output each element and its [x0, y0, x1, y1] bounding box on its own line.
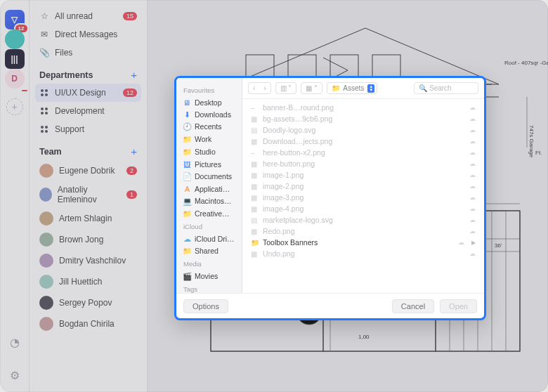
file-icon: ▤ [251, 126, 259, 134]
finder-item-label: Work [195, 135, 211, 143]
file-row[interactable]: ▦image-2.png☁ [242, 181, 484, 192]
file-icon: – [251, 104, 259, 112]
location-icon: 🎬 [183, 272, 191, 281]
cloud-icon: ☁ [469, 171, 476, 178]
location-icon: 💻 [183, 197, 191, 206]
location-icon: 🕘 [183, 122, 191, 131]
file-row[interactable]: –banner-B…round.png☁ [242, 102, 484, 113]
file-name: here-button.png [263, 159, 315, 168]
finder-item-label: Downloads [195, 110, 231, 119]
finder-item-recents[interactable]: 🕘Recents [182, 120, 236, 133]
file-row[interactable]: ▦image-4.png☁ [242, 203, 484, 214]
finder-item-label: Macintos… [195, 197, 232, 205]
finder-group-icloud: iCloud [182, 220, 236, 233]
file-icon: 📁 [251, 239, 259, 247]
location-icon: ☁ [183, 235, 191, 243]
file-icon: ▦ [251, 171, 259, 179]
finder-toolbar: ‹› ▥ ˅ ▦ ˅ 📁 Assets ▲▼ 🔍 Search [242, 78, 484, 99]
finder-sidebar: Favourites🖥Desktop⬇Downloads🕘Recents📁Wor… [176, 78, 242, 293]
file-icon: ▦ [251, 138, 259, 145]
file-icon: ▦ [251, 183, 259, 190]
file-name: Download…jects.png [263, 137, 332, 145]
file-icon: ▦ [251, 205, 259, 213]
location-icon: 📁 [183, 247, 191, 256]
search-input[interactable]: 🔍 Search [414, 82, 478, 94]
file-row[interactable]: –here-button-x2.png☁ [242, 147, 484, 158]
location-icon: 🖼 [183, 160, 191, 169]
finder-item-movies[interactable]: 🎬Movies [182, 270, 236, 282]
finder-item-label: iCloud Dri… [195, 235, 235, 243]
cloud-icon: ☁ [469, 149, 476, 156]
location-icon: 🖥 [183, 98, 191, 107]
finder-item-label: Shared [195, 247, 218, 255]
file-name: image-3.png [263, 193, 304, 202]
cloud-icon: ☁ [469, 126, 476, 133]
file-row[interactable]: ▤marketplace-logo.svg☁ [242, 214, 484, 226]
file-row[interactable]: ▦image-3.png☁ [242, 192, 484, 203]
finder-item-shared[interactable]: 📁Shared [182, 244, 236, 257]
finder-group-tags: Tags [182, 282, 236, 293]
finder-group-media: Media [182, 257, 236, 270]
finder-item-downloads[interactable]: ⬇Downloads [182, 108, 236, 120]
chevron-right-icon: ▶ [471, 240, 476, 246]
chevron-right-icon: › [259, 83, 270, 93]
cloud-icon: ☁ [469, 104, 476, 111]
dialog-footer: Options Cancel Open [176, 293, 484, 318]
nav-back-forward[interactable]: ‹› [248, 82, 271, 94]
finder-item-label: Studio [195, 148, 216, 156]
finder-item-macintos-[interactable]: 💻Macintos… [182, 195, 236, 207]
options-button[interactable]: Options [183, 299, 228, 313]
file-name: image-4.png [263, 204, 304, 213]
location-icon: 📁 [183, 209, 191, 218]
file-icon: ▦ [251, 250, 259, 258]
finder-item-pictures[interactable]: 🖼Pictures [182, 158, 236, 170]
file-row[interactable]: ▦Undo.png☁ [242, 248, 484, 259]
app-frame: ▽12|||D + ◔ ⚙ ☆All unread15✉Direct Messa… [0, 0, 548, 392]
file-list[interactable]: –banner-B…round.png☁▦bg-assets…9cb6.png☁… [242, 99, 484, 293]
file-row[interactable]: ▦bg-assets…9cb6.png☁ [242, 113, 484, 124]
file-name: banner-B…round.png [263, 103, 334, 112]
file-row[interactable]: ▦image-1.png☁ [242, 169, 484, 181]
file-row[interactable]: ▦Redo.png☁ [242, 226, 484, 237]
file-name: bg-assets…9cb6.png [263, 115, 332, 123]
search-placeholder: Search [429, 84, 452, 92]
finder-item-icloud-dri-[interactable]: ☁iCloud Dri… [182, 233, 236, 244]
location-icon: 📁 [183, 148, 191, 157]
path-updown-icon: ▲▼ [367, 84, 374, 93]
file-name: Doodly-logo.svg [263, 126, 315, 134]
finder-group-favourites: Favourites [182, 84, 236, 96]
file-row[interactable]: ▦Download…jects.png☁ [242, 136, 484, 147]
file-icon: ▤ [251, 216, 259, 224]
file-icon: ▦ [251, 160, 259, 168]
cloud-icon: ☁ [469, 194, 476, 201]
finder-item-documents[interactable]: 📄Documents [182, 170, 236, 183]
file-name: image-1.png [263, 171, 304, 179]
view-grid-button[interactable]: ▦ ˅ [301, 82, 322, 94]
open-button[interactable]: Open [440, 299, 477, 313]
file-name: here-button-x2.png [263, 148, 325, 157]
cloud-icon: ☁ [469, 250, 476, 257]
file-row[interactable]: ▦here-button.png☁ [242, 158, 484, 169]
search-icon: 🔍 [419, 84, 427, 92]
finder-item-label: Pictures [195, 160, 221, 169]
file-name: Redo.png [263, 227, 295, 235]
file-name: marketplace-logo.svg [263, 216, 333, 224]
file-icon: ▦ [251, 115, 259, 123]
cloud-icon: ☁ [469, 228, 476, 235]
finder-item-work[interactable]: 📁Work [182, 133, 236, 145]
file-row[interactable]: ▤Doodly-logo.svg☁ [242, 124, 484, 136]
location-icon: ⬇ [183, 110, 191, 119]
finder-item-studio[interactable]: 📁Studio [182, 145, 236, 158]
file-name: Undo.png [263, 249, 295, 258]
path-selector[interactable]: 📁 Assets ▲▼ [327, 82, 377, 94]
file-name: Toolbox Banners [263, 238, 318, 247]
finder-item-applicati-[interactable]: AApplicati… [182, 183, 236, 195]
file-name: image-2.png [263, 182, 304, 190]
path-label: Assets [343, 84, 364, 92]
finder-item-desktop[interactable]: 🖥Desktop [182, 96, 236, 108]
finder-item-label: Creative… [195, 209, 230, 218]
cancel-button[interactable]: Cancel [392, 299, 434, 313]
file-row[interactable]: 📁Toolbox Banners☁▶ [242, 237, 484, 248]
view-columns-button[interactable]: ▥ ˅ [275, 82, 297, 94]
finder-item-creative-[interactable]: 📁Creative… [182, 207, 236, 220]
